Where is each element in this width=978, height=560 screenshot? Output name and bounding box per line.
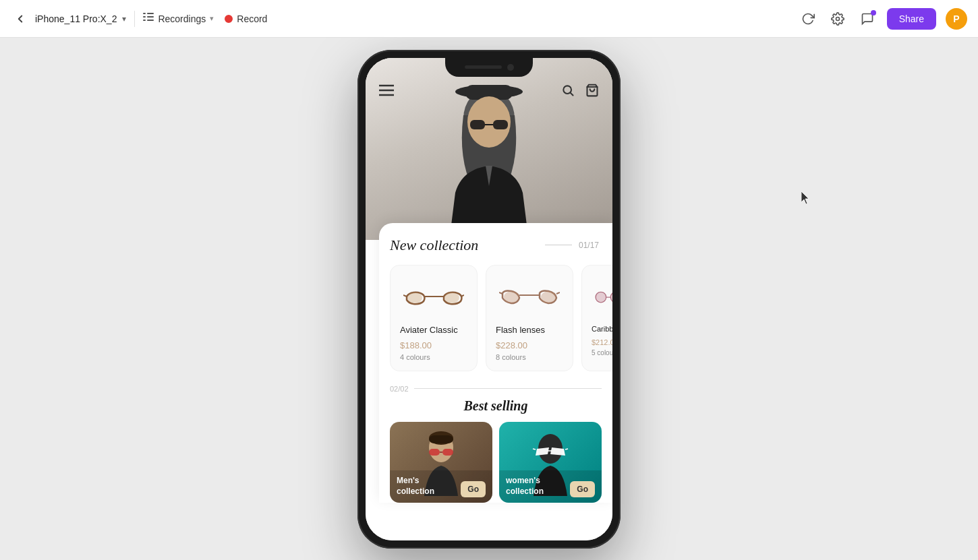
collection-section: New collection 01/17 <box>379 223 612 503</box>
counter-line <box>545 245 572 245</box>
device-chevron-icon[interactable]: ▾ <box>122 14 126 24</box>
svg-point-29 <box>541 291 556 303</box>
product-price-2: $228.00 <box>496 340 563 350</box>
chat-badge <box>871 10 876 15</box>
toolbar-right: Share P <box>798 8 967 30</box>
product-card-2[interactable]: Flash lenses $228.00 8 colours <box>486 265 573 371</box>
products-row: Aviater Classic $188.00 4 colours <box>379 265 612 371</box>
svg-rect-5 <box>147 20 154 21</box>
svg-rect-12 <box>493 120 508 129</box>
svg-line-27 <box>556 292 560 294</box>
hero-section <box>366 58 612 240</box>
bag-icon[interactable] <box>585 84 599 100</box>
svg-rect-40 <box>429 435 453 443</box>
pagination-bar: 02/02 <box>379 377 612 398</box>
svg-line-18 <box>571 92 573 95</box>
share-button[interactable]: Share <box>887 8 936 30</box>
svg-rect-1 <box>147 13 154 14</box>
product-card-3[interactable]: Caribbe... $212.0... 5 colou... <box>581 265 612 371</box>
counter-text: 01/17 <box>579 241 599 250</box>
mens-collection-label: Men's collection <box>397 476 434 497</box>
glasses-image-2 <box>499 283 560 310</box>
phone-notch <box>445 58 533 77</box>
glasses-image-3 <box>592 283 612 310</box>
refresh-button[interactable] <box>798 9 818 29</box>
mens-collection-item[interactable]: Men's collection Go <box>390 422 492 503</box>
product-colors-1: 4 colours <box>400 353 467 361</box>
collection-counter: 01/17 <box>545 241 599 250</box>
app-content: New collection 01/17 <box>366 58 612 540</box>
recordings-chevron-icon: ▾ <box>210 14 214 23</box>
womens-collection-overlay: women's collection Go <box>499 470 602 502</box>
device-name: iPhone_11 Pro:X_2 <box>35 13 117 24</box>
svg-rect-37 <box>442 449 453 456</box>
recordings-button[interactable]: Recordings ▾ <box>143 13 214 24</box>
svg-line-43 <box>533 449 536 449</box>
svg-point-33 <box>596 292 606 301</box>
womens-go-button[interactable]: Go <box>570 481 595 497</box>
recordings-label: Recordings <box>158 13 206 24</box>
product-price-1: $188.00 <box>400 340 467 350</box>
svg-point-6 <box>836 17 839 20</box>
toolbar-left: iPhone_11 Pro:X_2 ▾ Recordings ▾ Record <box>11 9 790 28</box>
glasses-image-1 <box>403 283 464 310</box>
svg-rect-3 <box>147 16 154 18</box>
phone-screen: New collection 01/17 <box>366 58 612 540</box>
best-selling-title: Best selling <box>390 398 602 414</box>
page-indicator: 02/02 <box>390 385 409 393</box>
svg-rect-36 <box>429 449 440 456</box>
womens-collection-item[interactable]: women's collection Go <box>499 422 602 503</box>
record-dot-icon <box>225 15 233 23</box>
collection-title: New collection <box>390 237 478 254</box>
product-card[interactable]: Aviater Classic $188.00 4 colours <box>390 265 478 371</box>
best-selling-section: Best selling <box>379 398 612 503</box>
user-avatar[interactable]: P <box>946 8 967 30</box>
main-area: New collection 01/17 <box>0 38 978 560</box>
app-navbar <box>366 77 612 106</box>
notch-camera <box>507 64 514 71</box>
product-image-area-3 <box>592 276 612 317</box>
collection-grid: Men's collection Go <box>390 422 602 503</box>
mens-collection-overlay: Men's collection Go <box>390 470 492 502</box>
womens-collection-label: women's collection <box>506 476 544 497</box>
svg-point-23 <box>407 292 422 303</box>
svg-point-28 <box>504 291 519 303</box>
notch-speaker <box>465 65 502 69</box>
toolbar-divider <box>134 11 135 27</box>
settings-button[interactable] <box>828 9 848 29</box>
phone-frame: New collection 01/17 <box>357 50 621 549</box>
recordings-list-icon <box>143 13 154 24</box>
product-name-2: Flash lenses <box>496 325 563 335</box>
collection-header: New collection 01/17 <box>390 237 612 265</box>
product-image-area-2 <box>496 276 563 317</box>
record-label: Record <box>237 13 267 24</box>
svg-line-44 <box>565 449 568 449</box>
svg-rect-11 <box>470 120 485 129</box>
product-colors-2: 8 colours <box>496 353 563 361</box>
svg-point-24 <box>444 292 459 303</box>
svg-rect-2 <box>143 16 146 18</box>
product-name-3: Caribbe... <box>592 325 612 333</box>
nav-right-icons <box>561 84 599 100</box>
svg-rect-4 <box>143 20 146 21</box>
toolbar: iPhone_11 Pro:X_2 ▾ Recordings ▾ Record <box>0 0 978 38</box>
product-price-3: $212.0... <box>592 338 612 346</box>
search-icon[interactable] <box>561 84 575 100</box>
mens-go-button[interactable]: Go <box>461 481 486 497</box>
chat-button[interactable] <box>857 9 878 29</box>
mouse-cursor <box>801 191 811 205</box>
back-button[interactable] <box>11 9 30 28</box>
svg-rect-0 <box>143 13 146 14</box>
product-name-1: Aviater Classic <box>400 325 467 335</box>
menu-icon[interactable] <box>379 84 394 99</box>
product-colors-3: 5 colou... <box>592 349 612 356</box>
page-line <box>414 388 602 389</box>
svg-line-21 <box>403 295 407 297</box>
product-image-area <box>400 276 467 317</box>
record-button[interactable]: Record <box>225 13 267 24</box>
